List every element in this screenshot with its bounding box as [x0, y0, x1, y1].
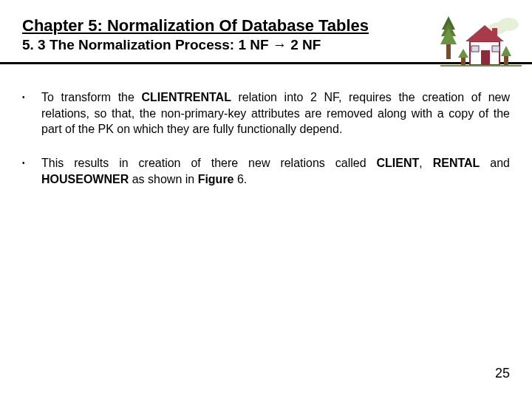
- bullet-icon: •: [22, 155, 41, 187]
- chapter-title: Chapter 5: Normalization Of Database Tab…: [22, 16, 510, 35]
- bullet-text: To transform the CLIENTRENTAL relation i…: [41, 89, 510, 137]
- text-run: To transform the: [41, 91, 141, 103]
- svg-rect-11: [492, 46, 499, 52]
- text-run: and: [480, 157, 510, 169]
- bullet-text: This results in creation of there new re…: [41, 155, 510, 187]
- text-bold: CLIENTRENTAL: [141, 91, 231, 103]
- text-run: 6.: [234, 173, 248, 185]
- svg-marker-15: [501, 46, 511, 56]
- svg-marker-13: [458, 49, 468, 58]
- svg-rect-14: [504, 55, 508, 65]
- page-number: 25: [495, 366, 510, 381]
- slide: Chapter 5: Normalization Of Database Tab…: [0, 0, 532, 399]
- bullet-icon: •: [22, 89, 41, 137]
- house-illustration: [440, 12, 522, 74]
- text-run: This results in creation of there new re…: [41, 157, 377, 169]
- text-bold: Figure: [198, 173, 234, 185]
- list-item: • To transform the CLIENTRENTAL relation…: [22, 89, 510, 137]
- content-area: • To transform the CLIENTRENTAL relation…: [0, 64, 532, 187]
- svg-rect-8: [492, 28, 497, 38]
- text-bold: RENTAL: [433, 157, 480, 169]
- text-run: as shown in: [129, 173, 197, 185]
- svg-rect-10: [471, 46, 479, 52]
- section-title: 5. 3 The Normalization Process: 1 NF → 2…: [22, 37, 510, 53]
- text-run: ,: [419, 157, 432, 169]
- list-item: • This results in creation of there new …: [22, 155, 510, 187]
- svg-rect-16: [440, 65, 522, 66]
- text-bold: HOUSEOWNER: [41, 173, 129, 185]
- bullet-list: • To transform the CLIENTRENTAL relation…: [22, 89, 510, 187]
- svg-rect-9: [481, 50, 490, 65]
- text-bold: CLIENT: [377, 157, 420, 169]
